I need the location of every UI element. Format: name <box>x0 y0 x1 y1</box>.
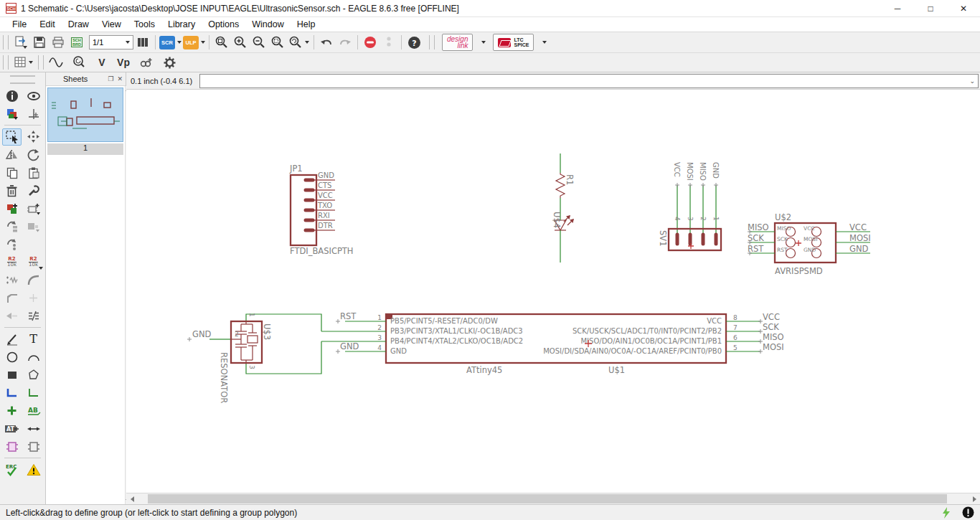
help-button[interactable]: ? <box>405 34 423 51</box>
design-link-dropdown[interactable] <box>473 34 491 51</box>
zoom-select-button[interactable] <box>268 34 287 51</box>
errors-tool[interactable] <box>24 461 43 478</box>
float-panel-icon[interactable]: ❐ <box>108 75 113 82</box>
menu-window[interactable]: Window <box>245 18 290 31</box>
settings-button[interactable] <box>160 54 179 71</box>
arc-tool[interactable] <box>24 349 43 366</box>
traffic-light-button[interactable] <box>380 34 398 51</box>
part-attiny45[interactable]: RST GND 1 2 3 4 PB5/PCINT5/-RESET/ADC0/D… <box>321 311 784 375</box>
show-tool[interactable] <box>24 88 43 105</box>
replace-tool[interactable] <box>24 200 43 217</box>
part-avrisp[interactable]: U$2 MISO SCK RST VCC MOSI GND MISO SCK R… <box>748 212 871 276</box>
zoom-fit-button[interactable] <box>212 34 231 51</box>
minimize-button[interactable]: ─ <box>881 0 914 16</box>
part-sv1[interactable]: VCC MOSI MISO GND 4 3 2 1 SV1 <box>658 162 721 250</box>
mirror-tool[interactable] <box>2 146 22 164</box>
voltage-probe-button[interactable]: V <box>93 54 111 71</box>
toolbar-grip[interactable] <box>3 55 9 70</box>
zoom-out-button[interactable] <box>250 34 268 51</box>
miter-tool[interactable] <box>24 272 43 289</box>
gateswap-tool[interactable] <box>2 218 22 235</box>
display-layers-tool[interactable] <box>2 105 22 123</box>
save-button[interactable] <box>30 34 49 51</box>
stop-button[interactable] <box>361 34 380 51</box>
schematic-canvas[interactable]: .w { stroke:#2e8b2e; stroke-width:1.2; f… <box>126 90 980 493</box>
alert-icon[interactable] <box>962 506 974 519</box>
menu-draw[interactable]: Draw <box>62 18 95 31</box>
sheet-thumbnail[interactable] <box>47 88 123 142</box>
wire-tool[interactable] <box>2 331 22 348</box>
scroll-left-icon[interactable] <box>126 493 138 504</box>
menu-view[interactable]: View <box>95 18 128 31</box>
copy-tool[interactable] <box>2 164 22 181</box>
palette-grip[interactable] <box>10 75 35 84</box>
close-panel-icon[interactable]: ✕ <box>117 75 123 82</box>
horizontal-scrollbar[interactable] <box>126 493 980 504</box>
zoom-in-button[interactable] <box>231 34 250 51</box>
change-tool[interactable] <box>24 182 43 199</box>
connection-bolt-icon[interactable] <box>941 507 952 519</box>
open-button[interactable] <box>11 34 30 51</box>
undo-button[interactable] <box>317 34 336 51</box>
mark2-tool[interactable] <box>24 290 43 307</box>
dimension-tool[interactable] <box>24 420 43 438</box>
design-link-button[interactable]: design link <box>442 34 473 51</box>
part-r1-led[interactable]: R1 U$4 <box>552 153 575 263</box>
smash-tool[interactable] <box>2 272 22 289</box>
sheet-thumbnail-label[interactable]: 1 <box>47 143 123 155</box>
group-tool[interactable] <box>2 128 22 146</box>
bus-tool[interactable] <box>2 384 22 402</box>
scrollbar-thumb[interactable] <box>148 494 947 504</box>
paste-tool[interactable] <box>24 164 43 181</box>
part-jp1[interactable]: JP1 GND CTS VCC TXO RXI DTR <box>289 164 354 256</box>
ltspice-dropdown[interactable] <box>534 34 552 51</box>
text-tool[interactable]: T <box>24 331 43 348</box>
polygon-tool[interactable] <box>24 367 43 384</box>
mark-tool[interactable] <box>24 105 43 123</box>
toolbar-grip[interactable] <box>38 55 44 70</box>
delete-tool[interactable] <box>2 182 22 199</box>
command-input[interactable] <box>200 75 966 87</box>
value-tool[interactable]: R210k <box>24 254 43 271</box>
simulate-button[interactable] <box>47 54 65 71</box>
power-probe-button[interactable]: Vp <box>114 54 133 71</box>
menu-tools[interactable]: Tools <box>128 18 161 31</box>
move-tool[interactable] <box>24 128 43 146</box>
menu-file[interactable]: File <box>6 18 33 31</box>
attribute-tool[interactable]: AT <box>2 420 22 438</box>
rotate-tool[interactable] <box>24 146 43 164</box>
toolbar-grip[interactable] <box>3 35 9 49</box>
maximize-button[interactable]: □ <box>914 0 947 16</box>
invoke-tool[interactable] <box>2 308 22 325</box>
ltspice-button[interactable]: LTC SPICE <box>493 34 534 51</box>
net-tool[interactable] <box>24 384 43 402</box>
circle-tool[interactable] <box>2 349 22 366</box>
chevron-down-icon[interactable]: ⌄ <box>966 77 978 85</box>
menu-edit[interactable]: Edit <box>33 18 62 31</box>
sch-brd-toggle-button[interactable]: SCH BRD <box>67 34 86 51</box>
module-instance-tool[interactable] <box>24 438 43 455</box>
print-button[interactable] <box>49 34 67 51</box>
sheet-list-button[interactable] <box>133 34 152 51</box>
menu-help[interactable]: Help <box>291 18 322 31</box>
name-tool[interactable]: R210k <box>2 254 22 271</box>
run-ulp-button[interactable]: ULP <box>182 34 206 51</box>
toolbar-grip[interactable] <box>429 35 435 49</box>
junction-tool[interactable] <box>2 402 22 420</box>
link-net-button[interactable] <box>137 54 156 71</box>
menu-options[interactable]: Options <box>202 18 245 31</box>
split-tool[interactable] <box>24 308 43 325</box>
erc-tool[interactable]: ERC <box>2 461 22 478</box>
redo-button[interactable] <box>336 34 354 51</box>
technology-tool[interactable] <box>24 218 43 235</box>
module-tool[interactable] <box>2 438 22 455</box>
rect-tool[interactable] <box>2 367 22 384</box>
part-resonator[interactable]: GND <box>187 313 321 403</box>
grid-button[interactable] <box>11 54 35 71</box>
label-tool[interactable]: AB <box>24 402 43 420</box>
close-button[interactable]: ✕ <box>947 0 980 16</box>
sheet-selector[interactable]: 1/1 <box>89 35 133 49</box>
add-part-tool[interactable] <box>2 200 22 217</box>
run-script-button[interactable]: SCR <box>159 34 182 51</box>
menu-library[interactable]: Library <box>161 18 202 31</box>
